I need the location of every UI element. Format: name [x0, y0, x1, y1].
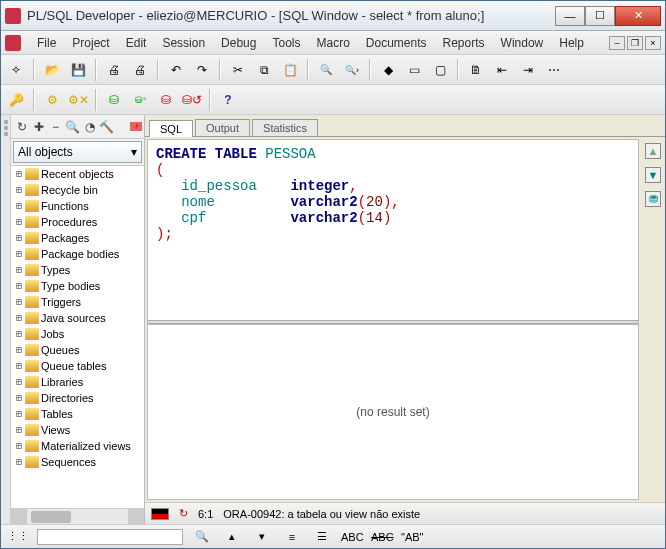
tree-item[interactable]: ⊞Views: [11, 422, 144, 438]
nav-up-icon[interactable]: ▴: [221, 530, 243, 543]
menu-edit[interactable]: Edit: [118, 34, 155, 52]
commit-sql-icon[interactable]: ⛁ˢ: [129, 89, 151, 111]
regex-icon[interactable]: "AB": [401, 531, 423, 543]
filter-icon[interactable]: ◔: [81, 120, 98, 134]
indent-left-icon[interactable]: ⇤: [491, 59, 513, 81]
menu-debug[interactable]: Debug: [213, 34, 264, 52]
tree-item[interactable]: ⊞Sequences: [11, 454, 144, 470]
new-icon[interactable]: ✧: [5, 59, 27, 81]
statusbar: ↻ 6:1 ORA-00942: a tabela ou view não ex…: [145, 502, 665, 524]
minimize-button[interactable]: —: [555, 6, 585, 26]
menu-window[interactable]: Window: [493, 34, 552, 52]
toolbar-session: 🔑 ⚙ ⚙✕ ⛁ ⛁ˢ ⛁ ⛁↺ ?: [1, 85, 665, 115]
sql-editor[interactable]: CREATE TABLE PESSOA ( id_pessoa integer,…: [148, 140, 638, 320]
refresh-icon[interactable]: ↻: [13, 120, 30, 134]
mdi-close-button[interactable]: ×: [645, 36, 661, 50]
tree-item[interactable]: ⊞Packages: [11, 230, 144, 246]
tab-sql[interactable]: SQL: [149, 120, 193, 137]
left-handle[interactable]: [1, 115, 11, 524]
tree-item[interactable]: ⊞Functions: [11, 198, 144, 214]
case-icon[interactable]: ABC: [341, 531, 363, 543]
list-icon[interactable]: ☰: [311, 530, 333, 543]
tree-item[interactable]: ⊞Java sources: [11, 310, 144, 326]
delete-icon[interactable]: −: [47, 120, 64, 134]
tree-item[interactable]: ⊞Queues: [11, 342, 144, 358]
chevron-down-icon: ▾: [131, 145, 137, 159]
logon-icon[interactable]: 🔑: [5, 89, 27, 111]
help-icon[interactable]: ?: [217, 89, 239, 111]
paste-icon[interactable]: 📋: [279, 59, 301, 81]
new-window-icon[interactable]: ▢: [429, 59, 451, 81]
report-icon[interactable]: 🗎: [465, 59, 487, 81]
commit-icon[interactable]: ⛁: [103, 89, 125, 111]
cut-icon[interactable]: ✂: [227, 59, 249, 81]
tree-item[interactable]: ⊞Libraries: [11, 374, 144, 390]
find-icon[interactable]: 🔍: [315, 59, 337, 81]
maximize-button[interactable]: ☐: [585, 6, 615, 26]
tree-item[interactable]: ⊞Directories: [11, 390, 144, 406]
print-setup-icon[interactable]: 🖨: [129, 59, 151, 81]
menu-session[interactable]: Session: [154, 34, 213, 52]
query-icon[interactable]: ▭: [403, 59, 425, 81]
tree-h-scrollbar[interactable]: [11, 508, 144, 524]
tree-item[interactable]: ⊞Package bodies: [11, 246, 144, 262]
tree-item[interactable]: ⊞Type bodies: [11, 278, 144, 294]
search-handle-icon[interactable]: ⋮⋮: [7, 530, 29, 543]
tab-statistics[interactable]: Statistics: [252, 119, 318, 136]
menu-app-icon: [5, 35, 21, 51]
save-icon[interactable]: 💾: [67, 59, 89, 81]
copy-icon[interactable]: ⧉: [253, 59, 275, 81]
object-filter-combo[interactable]: All objects ▾: [13, 141, 142, 163]
pin-icon[interactable]: 📌: [130, 122, 142, 131]
undo-icon[interactable]: ↶: [165, 59, 187, 81]
tree-item[interactable]: ⊞Types: [11, 262, 144, 278]
mdi-minimize-button[interactable]: –: [609, 36, 625, 50]
tree-item[interactable]: ⊞Recycle bin: [11, 182, 144, 198]
tree-item[interactable]: ⊞Tables: [11, 406, 144, 422]
tab-output[interactable]: Output: [195, 119, 250, 136]
break-icon[interactable]: ⚙✕: [67, 89, 89, 111]
find-down-icon[interactable]: 🔍: [191, 530, 213, 543]
find-next-icon[interactable]: 🔍›: [341, 59, 363, 81]
tree-item[interactable]: ⊞Recent objects: [11, 166, 144, 182]
highlight-icon[interactable]: ≡: [281, 531, 303, 543]
nav-down-icon[interactable]: ▾: [251, 530, 273, 543]
scroll-down-icon[interactable]: ▼: [645, 167, 661, 183]
open-icon[interactable]: 📂: [41, 59, 63, 81]
menu-macro[interactable]: Macro: [308, 34, 357, 52]
tree-item[interactable]: ⊞Jobs: [11, 326, 144, 342]
mdi-restore-button[interactable]: ❐: [627, 36, 643, 50]
tree-item[interactable]: ⊞Materialized views: [11, 438, 144, 454]
word-icon[interactable]: ABC: [371, 531, 393, 543]
hammer-icon[interactable]: 🔨: [98, 120, 115, 134]
indent-right-icon[interactable]: ⇥: [517, 59, 539, 81]
scroll-up-icon[interactable]: ▲: [645, 143, 661, 159]
refresh-status-icon[interactable]: ↻: [179, 507, 188, 520]
sql-window: SQL Output Statistics CREATE TABLE PESSO…: [145, 115, 665, 524]
menu-tools[interactable]: Tools: [264, 34, 308, 52]
add-icon[interactable]: ✚: [30, 120, 47, 134]
menu-project[interactable]: Project: [64, 34, 117, 52]
rollback-icon[interactable]: ⛁: [155, 89, 177, 111]
tree-item[interactable]: ⊞Triggers: [11, 294, 144, 310]
editor-gutter: ▲ ▼ ⛃: [641, 137, 665, 502]
close-button[interactable]: ✕: [615, 6, 661, 26]
print-icon[interactable]: 🖨: [103, 59, 125, 81]
redo-icon[interactable]: ↷: [191, 59, 213, 81]
menu-reports[interactable]: Reports: [435, 34, 493, 52]
search-icon[interactable]: 🔍: [64, 120, 81, 134]
rollback-all-icon[interactable]: ⛁↺: [181, 89, 203, 111]
tree-item[interactable]: ⊞Procedures: [11, 214, 144, 230]
menu-help[interactable]: Help: [551, 34, 592, 52]
explain-icon[interactable]: ◆: [377, 59, 399, 81]
comment-icon[interactable]: ⋯: [543, 59, 565, 81]
search-input[interactable]: [37, 529, 183, 545]
fetch-icon[interactable]: ⛃: [645, 191, 661, 207]
execute-icon[interactable]: ⚙: [41, 89, 63, 111]
menu-documents[interactable]: Documents: [358, 34, 435, 52]
body: ↻ ✚ − 🔍 ◔ 🔨 📌 All objects ▾ ⊞Recent obje…: [1, 115, 665, 524]
object-tree[interactable]: ⊞Recent objects⊞Recycle bin⊞Functions⊞Pr…: [11, 165, 144, 508]
menu-file[interactable]: File: [29, 34, 64, 52]
tree-item[interactable]: ⊞Queue tables: [11, 358, 144, 374]
session-flag-icon: [151, 508, 169, 520]
